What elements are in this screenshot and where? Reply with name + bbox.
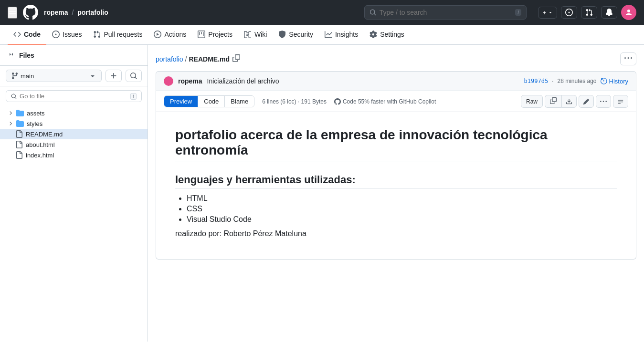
edit-icon bbox=[583, 98, 590, 105]
list-item: CSS bbox=[187, 205, 617, 213]
search-input[interactable] bbox=[380, 9, 516, 16]
copilot-hint: Code 55% faster with GitHub Copilot bbox=[334, 98, 436, 105]
plus-icon bbox=[110, 72, 117, 80]
hamburger-button[interactable] bbox=[8, 7, 17, 19]
sidebar-toolbar: main bbox=[0, 66, 148, 86]
goto-file-input[interactable] bbox=[20, 93, 127, 100]
folder-styles[interactable]: styles bbox=[0, 118, 148, 129]
branch-selector[interactable]: main bbox=[6, 70, 102, 82]
tab-issues[interactable]: Issues bbox=[46, 25, 87, 45]
new-button[interactable]: + bbox=[538, 7, 557, 19]
commit-info-header: ropema Inicialización del archivo b1997d… bbox=[156, 71, 636, 91]
repo-breadcrumb-link[interactable]: portafolio bbox=[156, 55, 183, 63]
add-file-button[interactable] bbox=[106, 70, 122, 82]
actions-icon bbox=[154, 31, 161, 38]
tab-projects[interactable]: Projects bbox=[192, 25, 238, 45]
issues-button[interactable] bbox=[561, 6, 577, 19]
tab-preview[interactable]: Preview bbox=[164, 96, 198, 107]
file-action-buttons: Raw bbox=[521, 95, 628, 108]
tab-blame[interactable]: Blame bbox=[225, 96, 254, 107]
toc-icon bbox=[617, 98, 624, 105]
goto-file-bar[interactable]: t bbox=[6, 90, 142, 102]
pr-button[interactable] bbox=[581, 6, 597, 19]
edit-button[interactable] bbox=[579, 95, 594, 108]
more-options-button[interactable] bbox=[620, 52, 636, 65]
tab-code[interactable]: Code bbox=[8, 25, 46, 45]
folder-assets[interactable]: assets bbox=[0, 108, 148, 118]
ellipsis-icon bbox=[600, 98, 607, 105]
insights-icon bbox=[325, 31, 332, 38]
notifications-button[interactable] bbox=[601, 6, 617, 19]
repo-breadcrumb: ropema / portafolio bbox=[44, 9, 108, 16]
tab-insights[interactable]: Insights bbox=[319, 25, 364, 45]
readme-heading: portafolio acerca de la empresa de innov… bbox=[175, 127, 617, 162]
commit-hash: b1997d5 bbox=[524, 78, 549, 84]
kebab-icon bbox=[624, 54, 632, 62]
tab-pull-requests[interactable]: Pull requests bbox=[87, 25, 148, 45]
topnav-actions: + bbox=[538, 5, 636, 20]
avatar-icon bbox=[624, 8, 633, 17]
more-file-options-button[interactable] bbox=[596, 95, 611, 108]
readme-subheading: lenguajes y herramientas utilizadas: bbox=[175, 174, 617, 188]
repo-nav-tabs: Code Issues Pull requests Actions Projec… bbox=[0, 25, 644, 45]
commit-meta: b1997d5 · 28 minutes ago History bbox=[524, 78, 628, 85]
list-item: Visual Studio Code bbox=[187, 215, 617, 224]
file-breadcrumb: portafolio / README.md bbox=[156, 52, 636, 65]
sidebar-collapse-button[interactable] bbox=[8, 51, 15, 60]
copy-raw-icon bbox=[550, 97, 557, 104]
file-index[interactable]: index.html bbox=[0, 150, 148, 160]
tab-code[interactable]: Code bbox=[198, 96, 225, 107]
code-icon bbox=[13, 31, 21, 38]
tab-settings[interactable]: Settings bbox=[364, 25, 410, 45]
tab-security[interactable]: Security bbox=[273, 25, 319, 45]
commit-time-text: 28 minutes ago bbox=[557, 78, 596, 84]
readme-content: portafolio acerca de la empresa de innov… bbox=[156, 112, 636, 260]
bell-icon bbox=[605, 9, 613, 16]
owner-link[interactable]: ropema bbox=[44, 9, 68, 16]
filename-breadcrumb: README.md bbox=[189, 55, 230, 63]
tab-actions[interactable]: Actions bbox=[148, 25, 192, 45]
user-avatar[interactable] bbox=[621, 5, 636, 20]
branch-icon bbox=[11, 72, 19, 80]
file-tree: assets styles README.md about.html index… bbox=[0, 106, 148, 162]
pr-icon-tab bbox=[93, 31, 101, 38]
sidebar-title: Files bbox=[19, 52, 34, 59]
copy-download-group bbox=[545, 95, 577, 108]
issue-icon bbox=[52, 31, 60, 38]
settings-icon bbox=[370, 31, 377, 38]
sidebar-header: Files bbox=[0, 45, 148, 66]
commit-avatar bbox=[164, 76, 173, 86]
copilot-text: Code 55% faster with GitHub Copilot bbox=[343, 98, 436, 105]
global-search[interactable]: / bbox=[364, 5, 527, 20]
history-icon bbox=[601, 78, 607, 84]
file-sidebar: Files main t assets bbox=[0, 45, 148, 342]
goto-shortcut: t bbox=[130, 93, 137, 100]
sidebar-icon bbox=[8, 51, 15, 58]
tab-wiki[interactable]: Wiki bbox=[238, 25, 273, 45]
search-shortcut: / bbox=[515, 9, 521, 16]
raw-button[interactable]: Raw bbox=[521, 95, 543, 108]
wiki-icon bbox=[244, 31, 252, 38]
chevron-down-icon bbox=[89, 72, 96, 80]
file-lines-info: 6 lines (6 loc) · 191 Bytes bbox=[262, 98, 327, 105]
toc-button[interactable] bbox=[613, 95, 628, 108]
copy-path-button[interactable] bbox=[232, 53, 241, 64]
search-files-button[interactable] bbox=[126, 70, 142, 82]
repo-link[interactable]: portafolio bbox=[77, 9, 108, 16]
copilot-icon bbox=[334, 98, 341, 105]
tools-list: HTML CSS Visual Studio Code bbox=[175, 194, 617, 224]
github-logo-icon bbox=[23, 5, 38, 20]
file-readme[interactable]: README.md bbox=[0, 129, 148, 139]
main-layout: Files main t assets bbox=[0, 45, 644, 342]
file-icon-3 bbox=[15, 151, 23, 159]
file-icon bbox=[15, 130, 23, 138]
download-button[interactable] bbox=[561, 95, 577, 108]
list-item: HTML bbox=[187, 194, 617, 203]
history-button[interactable]: History bbox=[601, 78, 628, 85]
security-icon bbox=[278, 31, 286, 38]
copy-raw-button[interactable] bbox=[545, 95, 561, 108]
main-content: portafolio / README.md ropema Inicializa… bbox=[148, 45, 644, 342]
file-about[interactable]: about.html bbox=[0, 139, 148, 150]
readme-author: realizado por: Roberto Pérez Mateluna bbox=[175, 229, 617, 238]
folder-icon-2 bbox=[16, 120, 24, 127]
